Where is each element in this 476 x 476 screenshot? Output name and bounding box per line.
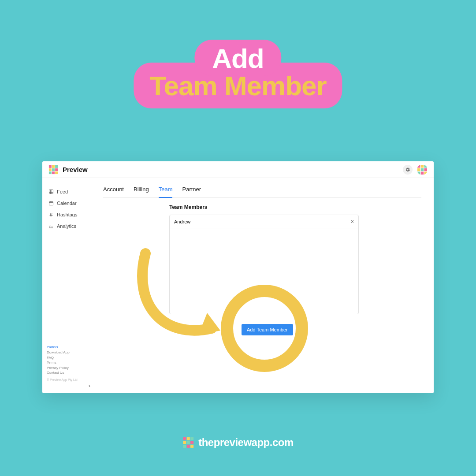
footer-link-faq[interactable]: FAQ	[47, 355, 90, 361]
svg-rect-5	[55, 168, 58, 171]
svg-rect-16	[421, 171, 424, 175]
settings-button[interactable]	[403, 165, 413, 175]
team-panel: Team Members Andrew × Add Team Member	[103, 198, 421, 335]
team-members-list: Andrew ×	[169, 215, 359, 314]
banner-line2: Team Member	[149, 72, 326, 100]
app-title: Preview	[63, 166, 88, 173]
main-content: Account Billing Team Partner Team Member…	[95, 178, 434, 393]
avatar[interactable]	[417, 164, 428, 175]
tab-account[interactable]: Account	[103, 186, 124, 197]
brand-watermark: thepreviewapp.com	[182, 436, 294, 449]
topbar: Preview	[42, 161, 434, 178]
gear-icon	[405, 167, 410, 172]
sidebar-item-calendar[interactable]: Calendar	[42, 197, 95, 209]
sidebar-item-label: Hashtags	[57, 212, 77, 217]
brand-domain-text: thepreviewapp.com	[198, 436, 294, 449]
sidebar-item-label: Calendar	[57, 201, 77, 206]
chevron-left-icon: ‹	[89, 382, 90, 389]
app-window: Preview Feed	[42, 161, 434, 393]
svg-rect-18	[49, 190, 53, 194]
svg-rect-19	[49, 202, 53, 205]
sidebar-footer: Partner Download App FAQ Terms Privacy P…	[42, 345, 95, 376]
sidebar-collapse[interactable]: ‹	[42, 381, 95, 389]
member-name: Andrew	[174, 219, 190, 224]
team-member-row: Andrew ×	[170, 215, 358, 228]
settings-tabs: Account Billing Team Partner	[103, 186, 421, 198]
brand-logo-icon	[182, 437, 194, 448]
hash-icon	[48, 212, 54, 217]
svg-rect-3	[49, 168, 52, 171]
promo-banner: Add Team Member	[134, 40, 342, 108]
svg-rect-14	[424, 168, 428, 171]
svg-rect-28	[190, 445, 193, 448]
svg-rect-23	[183, 441, 186, 444]
close-icon: ×	[350, 218, 354, 225]
svg-rect-17	[424, 171, 428, 175]
footer-link-partner[interactable]: Partner	[47, 345, 90, 350]
banner-pill-top: Add	[194, 40, 282, 76]
panel-title: Team Members	[169, 204, 421, 210]
sidebar-item-label: Analytics	[57, 223, 76, 229]
add-team-member-button[interactable]: Add Team Member	[242, 324, 293, 335]
tab-partner[interactable]: Partner	[182, 186, 201, 197]
footer-link-download[interactable]: Download App	[47, 350, 90, 355]
svg-rect-26	[183, 445, 186, 448]
svg-rect-4	[52, 168, 55, 171]
svg-rect-21	[187, 437, 190, 440]
chart-icon	[48, 223, 54, 229]
app-logo-icon	[48, 165, 58, 175]
svg-rect-0	[49, 165, 52, 167]
sidebar-item-analytics[interactable]: Analytics	[42, 220, 95, 232]
svg-rect-13	[421, 168, 424, 171]
footer-link-terms[interactable]: Terms	[47, 360, 90, 365]
svg-rect-1	[52, 165, 55, 167]
svg-rect-9	[417, 165, 420, 168]
sidebar-item-feed[interactable]: Feed	[42, 186, 95, 197]
svg-rect-25	[190, 441, 193, 444]
remove-member-button[interactable]: ×	[350, 219, 354, 224]
svg-rect-24	[187, 441, 190, 444]
calendar-icon	[48, 201, 54, 206]
tab-team[interactable]: Team	[159, 186, 173, 198]
footer-link-privacy[interactable]: Privacy Policy	[47, 365, 90, 371]
svg-rect-7	[52, 171, 55, 174]
sidebar: Feed Calendar Hashtags Analytics Partner…	[42, 178, 95, 393]
svg-rect-8	[55, 171, 58, 174]
svg-rect-6	[49, 171, 52, 174]
svg-rect-11	[424, 165, 428, 168]
svg-rect-10	[421, 165, 424, 168]
sidebar-item-hashtags[interactable]: Hashtags	[42, 209, 95, 220]
svg-rect-22	[190, 437, 193, 440]
avatar-icon	[417, 164, 428, 175]
sidebar-item-label: Feed	[57, 189, 68, 194]
copyright: © Preview App Pty Ltd	[42, 376, 95, 381]
tab-billing[interactable]: Billing	[134, 186, 149, 197]
banner-line1: Add	[212, 45, 264, 72]
svg-rect-27	[187, 445, 190, 448]
svg-rect-12	[417, 168, 420, 171]
footer-link-contact[interactable]: Contact Us	[47, 370, 90, 376]
svg-rect-15	[417, 171, 420, 175]
svg-rect-20	[183, 437, 186, 440]
grid-icon	[48, 189, 54, 194]
svg-rect-2	[55, 165, 58, 167]
